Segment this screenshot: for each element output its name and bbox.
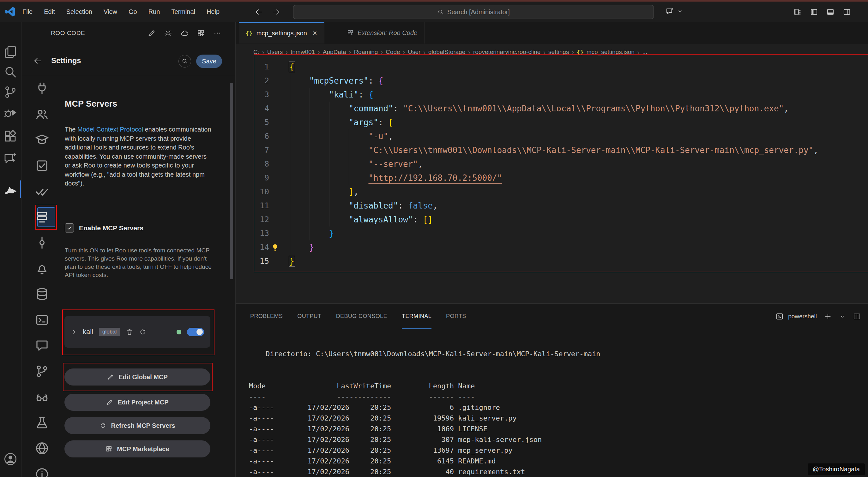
settings-nav-mcp-server-icon[interactable] [34,209,50,225]
settings-nav-plug-icon[interactable] [34,81,50,96]
settings-nav-bell-icon[interactable] [34,261,50,276]
settings-nav-terminal-icon[interactable] [34,312,50,328]
toggle-secondary-sidebar-icon[interactable] [843,8,851,16]
close-tab-icon[interactable]: × [313,29,317,38]
customize-layout-icon[interactable] [794,8,802,16]
toggle-panel-icon[interactable] [826,8,835,16]
breadcrumb-item[interactable]: Users [267,48,283,56]
settings-nav-commit-icon[interactable] [34,235,50,250]
mcp-marketplace-button[interactable]: MCP Marketplace [64,440,210,457]
activity-source-control-icon[interactable] [3,84,18,100]
cloud-icon[interactable] [180,29,189,37]
activity-chat-sparkle-icon[interactable] [3,151,18,166]
edit-project-mcp-button[interactable]: Edit Project MCP [64,394,210,411]
activity-search-icon[interactable] [3,64,18,79]
command-center-search[interactable]: Search [Administrator] [293,5,654,19]
code-line-3[interactable]: 3 "kali": { [236,88,868,102]
breadcrumb-item[interactable]: tnmw001 [290,48,315,56]
tab-mcp-settings-json[interactable]: {} mcp_settings.json × [239,22,324,43]
forward-arrow-icon[interactable] [272,7,281,16]
activity-files-icon[interactable] [3,44,18,60]
breadcrumb-item[interactable]: Roaming [354,48,378,56]
enable-mcp-checkbox[interactable] [65,224,74,233]
server-enabled-toggle[interactable] [187,328,204,336]
code-line-2[interactable]: 2 "mcpServers": { [236,74,868,88]
new-task-pencil-icon[interactable] [148,29,156,37]
code-line-11[interactable]: 11 "disabled": false, [236,199,868,213]
toggle-primary-sidebar-icon[interactable] [810,8,818,16]
code-editor[interactable]: 1{2 "mcpServers": {3 "kali": {4 "command… [236,60,868,304]
settings-nav-globe-icon[interactable] [34,441,50,456]
code-line-7[interactable]: 7 "C:\\Users\\tnmw001\\Downloads\\MCP-Ka… [236,143,868,157]
settings-gear-icon[interactable] [164,29,172,37]
breadcrumb-item[interactable]: globalStorage [428,48,465,56]
code-line-12[interactable]: 12 "alwaysAllow": [] [236,213,868,227]
settings-nav-database-icon[interactable] [34,286,50,302]
save-button[interactable]: Save [196,55,222,68]
terminal-dropdown-chevron-icon[interactable] [839,313,846,320]
breadcrumb-item[interactable]: settings [548,48,569,56]
settings-nav-graduation-cap-icon[interactable] [34,132,50,147]
menu-selection[interactable]: Selection [62,6,97,18]
settings-nav-people-icon[interactable] [34,107,50,122]
activity-debug-icon[interactable] [3,105,18,121]
code-line-9[interactable]: 9 "http://192.168.70.2:5000/" [236,171,868,185]
menu-file[interactable]: File [18,6,37,18]
settings-nav-checkbox-icon[interactable] [34,158,50,173]
copilot-controls[interactable] [665,7,684,16]
lightbulb-icon[interactable] [271,243,279,251]
settings-nav-comment-icon[interactable] [34,338,50,353]
trash-icon[interactable] [126,328,133,336]
code-line-14[interactable]: 14 } [236,240,868,254]
breadcrumb-item[interactable]: ... [643,48,648,56]
menu-run[interactable]: Run [144,6,165,18]
mcp-server-row-kali[interactable]: kali global [64,316,210,348]
activity-roo-kangaroo-icon[interactable] [3,182,18,197]
restart-server-icon[interactable] [139,328,147,336]
activity-account-icon[interactable] [3,451,18,467]
menu-view[interactable]: View [99,6,122,18]
menu-edit[interactable]: Edit [39,6,59,18]
breadcrumb-item[interactable]: User [408,48,421,56]
back-arrow-icon[interactable] [254,7,263,16]
menu-help[interactable]: Help [202,6,224,18]
panel-tab-output[interactable]: OUTPUT [297,304,321,329]
terminal-shell-label[interactable]: powershell [788,313,817,320]
new-terminal-plus-icon[interactable] [824,312,832,320]
breadcrumb-item[interactable]: Code [386,48,400,56]
settings-nav-info-icon[interactable] [34,467,50,477]
activity-extensions-icon[interactable] [3,129,18,144]
terminal-output[interactable]: Directorio: C:\Users\tnmw001\Downloads\M… [249,338,600,477]
settings-nav-flask-icon[interactable] [34,415,50,430]
panel-tab-problems[interactable]: PROBLEMS [250,304,283,329]
chevron-right-icon[interactable] [71,329,77,335]
settings-nav-glasses-icon[interactable] [34,389,50,404]
panel-tab-debug-console[interactable]: DEBUG CONSOLE [336,304,387,329]
edit-global-mcp-button[interactable]: Edit Global MCP [64,369,210,385]
code-line-15[interactable]: 15} [236,254,868,268]
refresh-mcp-servers-button[interactable]: Refresh MCP Servers [64,417,210,434]
code-line-4[interactable]: 4 "command": "C:\\Users\\tnmw001\\AppDat… [236,102,868,115]
menu-terminal[interactable]: Terminal [166,6,200,18]
marketplace-grid-icon[interactable] [197,29,205,37]
code-line-5[interactable]: 5 "args": [ [236,115,868,129]
breadcrumb-item[interactable]: mcp_settings.json [587,48,634,56]
code-line-13[interactable]: 13 } [236,227,868,240]
panel-tab-ports[interactable]: PORTS [446,304,466,329]
breadcrumb-item[interactable]: AppData [323,48,346,56]
sidebar-scrollbar[interactable] [230,83,233,279]
breadcrumb-item[interactable]: rooveterinaryinc.roo-cline [473,48,540,56]
mcp-docs-link[interactable]: Model Context Protocol [78,126,143,133]
breadcrumb[interactable]: C:›Users›tnmw001›AppData›Roaming›Code›Us… [236,44,868,60]
breadcrumb-item[interactable]: C: [253,48,259,56]
code-line-6[interactable]: 6 "-u", [236,129,868,143]
settings-search-button[interactable] [179,55,191,68]
code-line-1[interactable]: 1{ [236,60,868,74]
split-terminal-icon[interactable] [853,312,861,320]
code-line-8[interactable]: 8 "--server", [236,157,868,171]
more-actions-icon[interactable] [213,29,221,37]
menu-go[interactable]: Go [124,6,142,18]
settings-nav-git-branch-icon[interactable] [34,364,50,379]
tab-extension-roo-code[interactable]: Extension: Roo Code [340,22,425,43]
panel-tab-terminal[interactable]: TERMINAL [402,304,432,329]
